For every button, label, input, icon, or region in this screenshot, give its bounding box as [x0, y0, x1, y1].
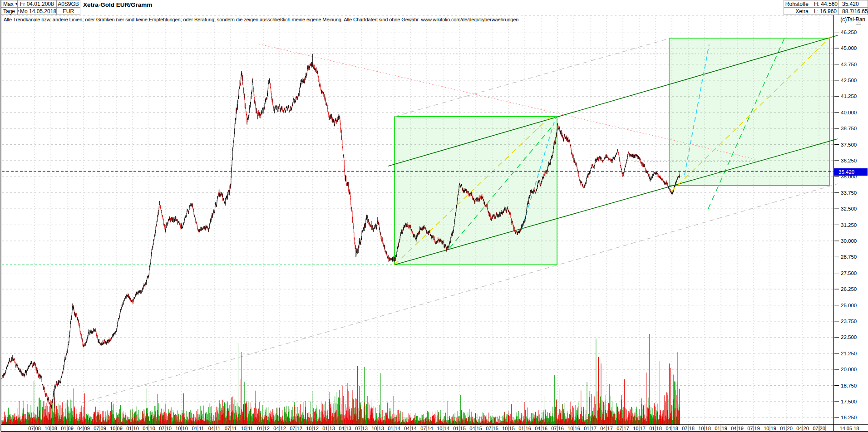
svg-text:07 10: 07 10 [159, 426, 172, 431]
svg-text:04 09: 04 09 [77, 426, 90, 431]
price-chart-canvas[interactable]: 46.25045.00043.75042.50041.25040.00038.7… [0, 0, 868, 432]
last-price-axis-chip: 35.420 [834, 168, 868, 176]
svg-text:10 10: 10 10 [175, 426, 188, 431]
svg-text:01 18: 01 18 [649, 426, 662, 431]
svg-text:26.250: 26.250 [841, 286, 857, 292]
svg-text:10 08: 10 08 [44, 426, 57, 431]
svg-text:01 15: 01 15 [453, 426, 466, 431]
svg-text:38.750: 38.750 [841, 126, 857, 131]
taipan-chart-window: Max▼ Fr 04.01.2008 A0S9GB Tage▼ Mo 14.05… [0, 0, 868, 432]
svg-text:43.750: 43.750 [841, 62, 857, 67]
svg-text:23.750: 23.750 [841, 319, 857, 324]
svg-text:01 19: 01 19 [715, 426, 727, 431]
svg-text:04 12: 04 12 [273, 426, 286, 431]
svg-text:07 19: 07 19 [747, 426, 760, 431]
svg-text:07 17: 07 17 [616, 426, 629, 431]
svg-text:18.750: 18.750 [841, 383, 857, 388]
svg-text:04 13: 04 13 [339, 426, 351, 431]
svg-text:10 17: 10 17 [633, 426, 646, 431]
svg-text:07 14: 07 14 [420, 426, 433, 431]
price-axis-labels: 46.25045.00043.75042.50041.25040.00038.7… [834, 29, 857, 421]
svg-text:10 12: 10 12 [306, 426, 319, 431]
svg-text:27.500: 27.500 [841, 270, 857, 276]
svg-text:01 09: 01 09 [61, 426, 74, 431]
svg-text:10 09: 10 09 [110, 426, 123, 431]
candlestick-series [2, 54, 680, 409]
svg-text:14.05.18: 14.05.18 [840, 426, 859, 431]
svg-text:04 20: 04 20 [796, 426, 809, 431]
svg-text:22.500: 22.500 [841, 334, 857, 340]
svg-text:10 11: 10 11 [241, 426, 253, 431]
trend-channel-boxes [395, 38, 829, 265]
svg-text:04 11: 04 11 [208, 426, 221, 431]
svg-text:07 18: 07 18 [682, 426, 695, 431]
svg-text:28.750: 28.750 [841, 254, 857, 260]
svg-text:01 14: 01 14 [388, 426, 400, 431]
svg-text:01 10: 01 10 [126, 426, 139, 431]
svg-text:10 15: 10 15 [502, 426, 515, 431]
svg-text:04 16: 04 16 [535, 426, 547, 431]
svg-text:01 16: 01 16 [518, 426, 531, 431]
volume-bars [2, 334, 680, 425]
svg-text:31.250: 31.250 [841, 222, 857, 228]
svg-text:16.250: 16.250 [841, 415, 857, 420]
svg-text:01 20: 01 20 [780, 426, 793, 431]
svg-text:17.500: 17.500 [841, 399, 857, 404]
svg-text:07 11: 07 11 [225, 426, 237, 431]
svg-text:10 18: 10 18 [698, 426, 711, 431]
svg-text:01 13: 01 13 [322, 426, 335, 431]
svg-text:33.750: 33.750 [841, 190, 857, 196]
svg-text:-: - [822, 426, 824, 431]
svg-text:37.500: 37.500 [841, 142, 857, 147]
svg-text:32.500: 32.500 [841, 206, 857, 211]
svg-text:04 15: 04 15 [469, 426, 482, 431]
svg-text:07 12: 07 12 [290, 426, 302, 431]
svg-text:36.250: 36.250 [841, 158, 857, 163]
svg-text:07 16: 07 16 [551, 426, 564, 431]
svg-text:04 14: 04 14 [404, 426, 417, 431]
svg-text:10 13: 10 13 [371, 426, 384, 431]
svg-text:30.000: 30.000 [841, 238, 857, 244]
svg-text:10 14: 10 14 [437, 426, 449, 431]
svg-text:04 17: 04 17 [600, 426, 613, 431]
svg-text:07 09: 07 09 [94, 426, 106, 431]
svg-text:25.000: 25.000 [841, 303, 857, 308]
svg-text:10 16: 10 16 [567, 426, 580, 431]
svg-text:42.500: 42.500 [841, 78, 857, 83]
svg-text:07 08: 07 08 [28, 426, 41, 431]
svg-text:04 10: 04 10 [143, 426, 155, 431]
svg-text:21.250: 21.250 [841, 351, 857, 356]
svg-text:46.250: 46.250 [841, 29, 857, 35]
svg-text:01 12: 01 12 [257, 426, 270, 431]
svg-text:01 17: 01 17 [584, 426, 597, 431]
time-axis-labels: 07 0810 0801 0904 0907 0910 0901 1004 10… [28, 426, 859, 432]
svg-text:40.000: 40.000 [841, 110, 857, 115]
svg-text:01 11: 01 11 [192, 426, 204, 431]
svg-text:10 19: 10 19 [764, 426, 776, 431]
svg-text:07 13: 07 13 [355, 426, 368, 431]
svg-text:07 15: 07 15 [486, 426, 498, 431]
svg-text:45.000: 45.000 [841, 45, 857, 51]
svg-text:04 18: 04 18 [666, 426, 678, 431]
svg-text:41.250: 41.250 [841, 93, 857, 99]
svg-text:20.000: 20.000 [841, 367, 857, 372]
svg-text:04 19: 04 19 [731, 426, 744, 431]
